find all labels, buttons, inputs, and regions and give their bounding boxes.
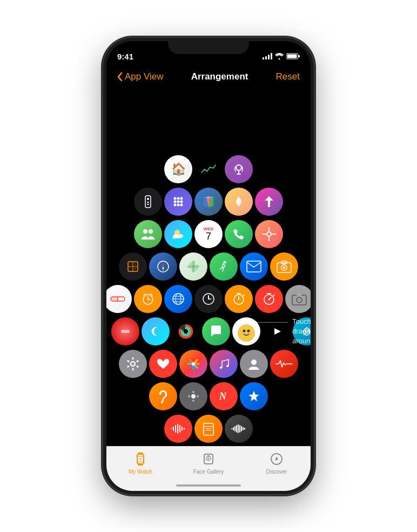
back-label: App View: [125, 71, 164, 82]
app-icon-alarms[interactable]: [134, 285, 162, 313]
app-icon-grid[interactable]: [164, 188, 192, 216]
app-icon-infograph[interactable]: [255, 220, 283, 248]
status-time: 9:41: [117, 52, 133, 61]
app-icon-workout[interactable]: [210, 252, 238, 281]
svg-point-13: [174, 200, 177, 203]
app-icon-ecg[interactable]: [270, 350, 298, 378]
app-icon-compass[interactable]: [149, 252, 177, 281]
callout-text: Touch and hold, then drag to move apps a…: [292, 316, 311, 346]
app-icon-hearing[interactable]: [149, 382, 177, 410]
app-row-9: [133, 414, 284, 444]
app-icon-clock[interactable]: [194, 285, 223, 313]
app-icon-sparkles[interactable]: [179, 382, 207, 410]
app-icon-phone[interactable]: [225, 220, 253, 248]
app-icon-activity[interactable]: [134, 220, 162, 248]
svg-marker-147: [275, 456, 278, 461]
app-row-5: [133, 284, 284, 314]
app-row-6: Touch and hold, then drag to move apps a…: [148, 316, 284, 347]
svg-point-110: [191, 394, 196, 398]
svg-rect-8: [147, 202, 149, 203]
svg-point-95: [241, 332, 244, 335]
app-icon-timer[interactable]: [225, 285, 253, 313]
svg-line-71: [243, 295, 244, 296]
app-icon-sleep[interactable]: [142, 317, 170, 345]
app-icon-music[interactable]: [210, 350, 238, 378]
svg-rect-2: [287, 55, 297, 58]
app-icon-globe[interactable]: [164, 285, 192, 313]
svg-rect-1: [298, 55, 300, 57]
phone-screen: 9:41: [106, 41, 311, 491]
app-icon-messages[interactable]: [202, 317, 230, 345]
svg-point-113: [188, 395, 190, 397]
svg-text:÷: ÷: [130, 262, 131, 265]
app-icon-heart-rate[interactable]: [149, 350, 177, 378]
app-row-3: WED 7: [133, 219, 284, 249]
app-row-2: [133, 187, 284, 217]
app-icon-shortcuts[interactable]: [255, 188, 283, 216]
svg-rect-123: [204, 423, 213, 435]
app-icon-maps[interactable]: [194, 188, 223, 216]
tab-face-gallery[interactable]: Face Gallery: [174, 451, 243, 475]
svg-point-108: [251, 360, 257, 365]
app-icon-app-store[interactable]: [240, 382, 268, 410]
callout-line: [250, 322, 288, 322]
svg-rect-9: [147, 204, 149, 205]
discover-icon: [268, 451, 285, 467]
app-icon-weather[interactable]: [164, 220, 192, 248]
svg-rect-80: [297, 294, 302, 296]
reset-button[interactable]: Reset: [276, 71, 300, 82]
svg-point-27: [267, 232, 271, 236]
app-grid: 🏠: [133, 154, 284, 381]
my-watch-label: My Watch: [129, 469, 152, 475]
app-icon-remote[interactable]: [134, 188, 162, 216]
svg-text:+: +: [134, 262, 136, 265]
tab-discover[interactable]: Discover: [243, 451, 311, 475]
main-content: 🏠: [106, 89, 311, 446]
app-icon-stopwatch[interactable]: [255, 285, 283, 313]
app-row-1: 🏠: [133, 154, 284, 184]
svg-point-94: [247, 329, 250, 332]
app-icon-camera-remote[interactable]: [270, 252, 298, 281]
tab-my-watch[interactable]: My Watch: [106, 451, 174, 475]
app-icon-podcasts[interactable]: [225, 155, 253, 183]
svg-point-81: [303, 296, 305, 297]
svg-point-10: [174, 197, 177, 200]
home-indicator: [176, 484, 241, 487]
app-icon-calendar[interactable]: WED 7: [194, 220, 223, 248]
app-row-8: N: [133, 381, 284, 411]
chevron-left-icon: [117, 72, 123, 81]
callout: Touch and hold, then drag to move apps a…: [250, 316, 311, 346]
app-icon-medications[interactable]: [106, 285, 132, 313]
svg-point-111: [192, 391, 194, 393]
app-icon-contacts[interactable]: [240, 350, 268, 378]
svg-point-84: [126, 330, 130, 333]
svg-point-141: [139, 458, 142, 460]
app-icon-home[interactable]: 🏠: [164, 155, 192, 183]
back-button[interactable]: App View: [117, 71, 164, 82]
app-icon-voice-memos[interactable]: [164, 415, 192, 443]
app-icon-settings[interactable]: [119, 350, 147, 378]
app-icon-stocks[interactable]: [194, 155, 223, 183]
svg-point-67: [208, 298, 209, 300]
app-icon-blood-oxygen[interactable]: [111, 317, 139, 345]
svg-point-109: [161, 401, 163, 403]
svg-point-7: [147, 198, 149, 200]
face-gallery-icon: [200, 451, 217, 467]
nav-title: Arrangement: [191, 71, 248, 82]
app-icon-mail[interactable]: [240, 252, 268, 281]
signal-icon: [263, 53, 272, 59]
app-icon-home-app[interactable]: [225, 188, 253, 216]
app-icon-news[interactable]: N: [210, 382, 238, 410]
my-watch-icon: [132, 451, 149, 467]
app-icon-bloom[interactable]: [179, 252, 207, 281]
app-icon-camera[interactable]: [285, 285, 311, 313]
app-icon-activity-rings[interactable]: [172, 317, 200, 345]
svg-point-50: [283, 267, 285, 269]
app-icon-calculator[interactable]: ÷ + − ×: [119, 252, 147, 281]
svg-point-79: [298, 298, 301, 302]
app-icon-photos[interactable]: [179, 350, 207, 378]
svg-text:−: −: [130, 267, 131, 270]
app-icon-books[interactable]: [194, 415, 223, 443]
app-icon-shazam[interactable]: [225, 415, 253, 443]
svg-point-17: [177, 203, 180, 206]
